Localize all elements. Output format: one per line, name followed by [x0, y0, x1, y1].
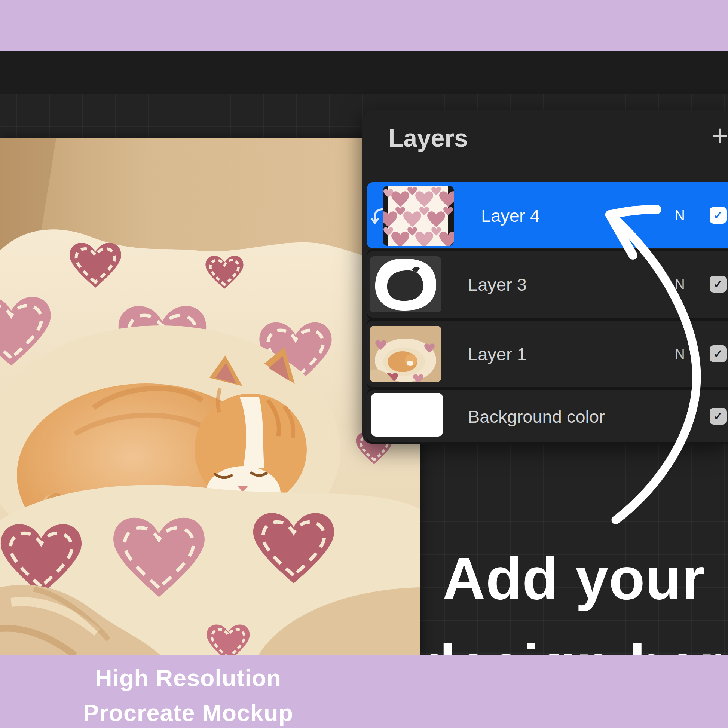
canvas-artwork-cat-photo: [0, 138, 420, 655]
canvas-workspace: Add your design here! Layers +: [0, 93, 728, 655]
add-layer-button[interactable]: +: [711, 119, 728, 153]
layer1-photo-thumbnail[interactable]: [370, 326, 442, 382]
layer-visibility-checkbox[interactable]: ✓: [710, 276, 726, 292]
caption-line-1: Add your: [420, 535, 728, 622]
layer-visibility-checkbox[interactable]: ✓: [710, 345, 726, 362]
check-icon: ✓: [713, 410, 723, 423]
layer-name: Layer 4: [481, 205, 540, 226]
layer-visibility-checkbox[interactable]: ✓: [710, 408, 726, 425]
layer-row-background-color[interactable]: Background color ✓: [367, 390, 728, 442]
procreate-mockup-screenshot: S: [0, 0, 728, 728]
layers-panel: Layers +: [362, 110, 728, 444]
procreate-toolbar: S: [0, 50, 728, 93]
layer-name: Layer 3: [468, 274, 527, 295]
layer-row-layer-1[interactable]: Layer 1 N ✓: [367, 321, 728, 387]
top-border-band: [0, 0, 728, 50]
blend-mode-badge[interactable]: N: [668, 346, 691, 362]
cat-in-heart-bed-illustration: [0, 138, 420, 655]
layer-visibility-checkbox[interactable]: ✓: [710, 207, 726, 224]
footer-line-2: Procreate Mockup: [15, 696, 361, 728]
blend-mode-badge[interactable]: N: [668, 277, 691, 292]
background-color-thumbnail[interactable]: [371, 393, 443, 437]
blend-mode-badge[interactable]: N: [668, 207, 691, 223]
footer-text: High Resolution Procreate Mockup: [15, 661, 361, 728]
layer-row-layer-4[interactable]: Layer 4 N ✓: [367, 182, 728, 248]
check-icon: ✓: [713, 278, 723, 291]
layer-name: Background color: [468, 406, 605, 427]
check-icon: ✓: [713, 209, 723, 222]
layer-name: Layer 1: [468, 344, 527, 364]
layer3-mask-thumbnail[interactable]: [370, 256, 442, 312]
check-icon: ✓: [713, 347, 723, 360]
layer4-heart-pattern-thumbnail[interactable]: [383, 186, 454, 246]
bottom-border-band: High Resolution Procreate Mockup: [0, 655, 728, 728]
layers-panel-title: Layers: [388, 124, 468, 152]
footer-line-1: High Resolution: [15, 661, 361, 696]
layer-row-layer-3[interactable]: Layer 3 N ✓: [367, 251, 728, 318]
